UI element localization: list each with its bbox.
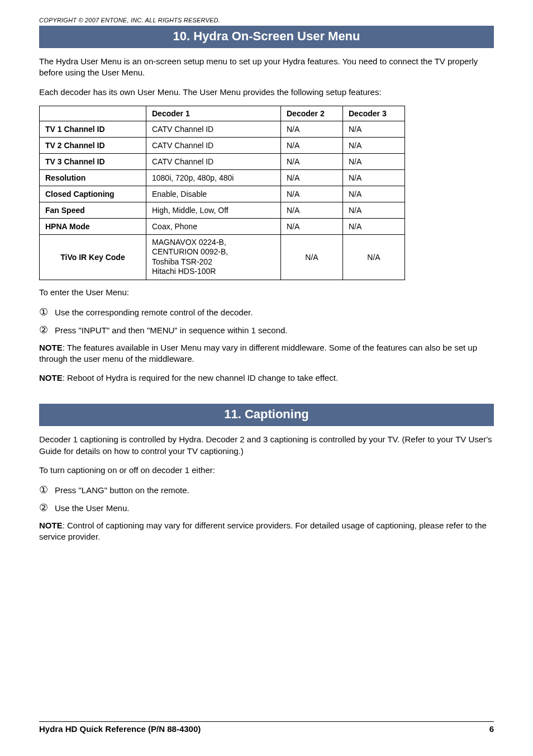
- step-1-text: Press "LANG" button on the remote.: [55, 485, 189, 496]
- cell-d1: MAGNAVOX 0224-B, CENTURION 0092-B, Toshi…: [146, 234, 281, 280]
- footer-page-number: 6: [489, 724, 494, 734]
- step-1-row: ① Press "LANG" button on the remote.: [39, 484, 494, 496]
- table-row: HPNA Mode Coax, Phone N/A N/A: [40, 218, 405, 234]
- table-header-decoder3: Decoder 3: [343, 106, 405, 121]
- table-header-decoder2: Decoder 2: [281, 106, 343, 121]
- step-2-text: Use the User Menu.: [55, 503, 129, 514]
- cell-d3: N/A: [343, 218, 405, 234]
- cell-d3: N/A: [343, 186, 405, 202]
- note-text: : The features available in User Menu ma…: [39, 343, 477, 363]
- note-label: NOTE: [39, 521, 63, 530]
- cell-d2: N/A: [281, 186, 343, 202]
- cell-d2: N/A: [281, 121, 343, 137]
- table-row: TV 3 Channel ID CATV Channel ID N/A N/A: [40, 153, 405, 169]
- cell-d1: 1080i, 720p, 480p, 480i: [146, 169, 281, 186]
- cell-d2: N/A: [281, 218, 343, 234]
- row-label: TV 1 Channel ID: [40, 121, 146, 137]
- circled-one-icon: ①: [39, 484, 55, 496]
- cell-d1: CATV Channel ID: [146, 137, 281, 153]
- row-label: Closed Captioning: [40, 186, 146, 202]
- table-header-blank: [40, 106, 146, 121]
- cell-d1: CATV Channel ID: [146, 153, 281, 169]
- cell-d3: N/A: [343, 137, 405, 153]
- decoder-feature-table: Decoder 1 Decoder 2 Decoder 3 TV 1 Chann…: [39, 106, 405, 280]
- cell-d1: Enable, Disable: [146, 186, 281, 202]
- note-label: NOTE: [39, 343, 63, 352]
- cell-d3: N/A: [343, 121, 405, 137]
- row-label: Fan Speed: [40, 202, 146, 218]
- section-10-note-1: NOTE: The features available in User Men…: [39, 342, 494, 365]
- circled-two-icon: ②: [39, 502, 55, 514]
- circled-two-icon: ②: [39, 324, 55, 336]
- step-2-row: ② Press "INPUT" and then "MENU" in seque…: [39, 324, 494, 336]
- table-header-decoder1: Decoder 1: [146, 106, 281, 121]
- step-1-row: ① Use the corresponding remote control o…: [39, 306, 494, 318]
- row-label: TV 2 Channel ID: [40, 137, 146, 153]
- cell-d3: N/A: [343, 153, 405, 169]
- cell-d3: N/A: [343, 202, 405, 218]
- section-10-intro-2: Each decoder has its own User Menu. The …: [39, 87, 494, 98]
- note-text: : Control of captioning may vary for dif…: [39, 521, 487, 541]
- note-text: : Reboot of Hydra is required for the ne…: [63, 373, 338, 382]
- note-label: NOTE: [39, 373, 63, 382]
- section-10-title: 10. Hydra On-Screen User Menu: [39, 26, 494, 48]
- circled-one-icon: ①: [39, 306, 55, 318]
- step-2-row: ② Use the User Menu.: [39, 502, 494, 514]
- copyright-line: COPYRIGHT © 2007 ENTONE, INC. ALL RIGHTS…: [39, 17, 494, 23]
- section-11-intro-2: To turn captioning on or off on decoder …: [39, 465, 494, 476]
- step-2-text: Press "INPUT" and then "MENU" in sequenc…: [55, 325, 288, 336]
- section-11-title: 11. Captioning: [39, 404, 494, 426]
- table-row: Closed Captioning Enable, Disable N/A N/…: [40, 186, 405, 202]
- table-row: Fan Speed High, Middle, Low, Off N/A N/A: [40, 202, 405, 218]
- cell-d2: N/A: [281, 169, 343, 186]
- cell-d2: N/A: [281, 202, 343, 218]
- row-label: HPNA Mode: [40, 218, 146, 234]
- section-10-note-2: NOTE: Reboot of Hydra is required for th…: [39, 372, 494, 384]
- cell-d1: CATV Channel ID: [146, 121, 281, 137]
- cell-d2: N/A: [281, 153, 343, 169]
- cell-d2: N/A: [281, 234, 343, 280]
- step-1-text: Use the corresponding remote control of …: [55, 307, 253, 318]
- section-10-intro-1: The Hydra User Menu is an on-screen setu…: [39, 56, 494, 79]
- row-label: TiVo IR Key Code: [40, 234, 146, 280]
- table-row: TV 1 Channel ID CATV Channel ID N/A N/A: [40, 121, 405, 137]
- cell-d3: N/A: [343, 234, 405, 280]
- page-footer: Hydra HD Quick Reference (P/N 88-4300) 6: [39, 721, 494, 734]
- table-row: Resolution 1080i, 720p, 480p, 480i N/A N…: [40, 169, 405, 186]
- section-11-intro-1: Decoder 1 captioning is controlled by Hy…: [39, 434, 494, 457]
- cell-d2: N/A: [281, 137, 343, 153]
- cell-d1: Coax, Phone: [146, 218, 281, 234]
- row-label: Resolution: [40, 169, 146, 186]
- enter-user-menu-intro: To enter the User Menu:: [39, 287, 494, 298]
- table-header-row: Decoder 1 Decoder 2 Decoder 3: [40, 106, 405, 121]
- row-label: TV 3 Channel ID: [40, 153, 146, 169]
- table-row: TiVo IR Key Code MAGNAVOX 0224-B, CENTUR…: [40, 234, 405, 280]
- footer-left: Hydra HD Quick Reference (P/N 88-4300): [39, 724, 201, 734]
- cell-d3: N/A: [343, 169, 405, 186]
- cell-d1: High, Middle, Low, Off: [146, 202, 281, 218]
- table-row: TV 2 Channel ID CATV Channel ID N/A N/A: [40, 137, 405, 153]
- section-11-note: NOTE: Control of captioning may vary for…: [39, 520, 494, 543]
